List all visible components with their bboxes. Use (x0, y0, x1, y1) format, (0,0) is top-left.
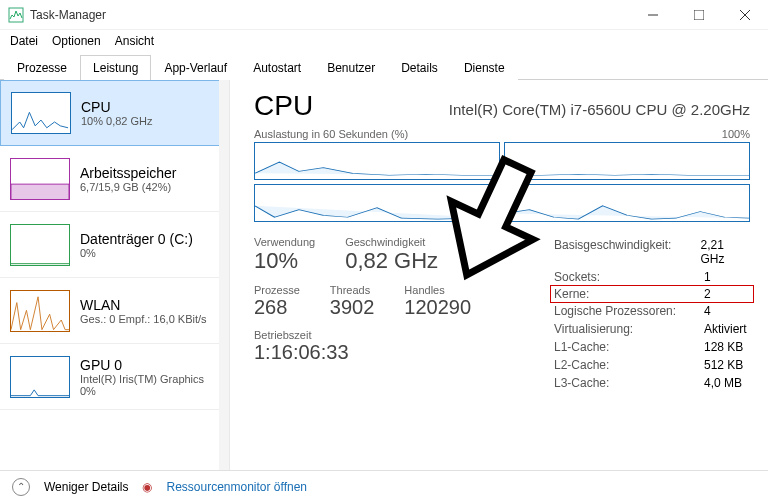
cores-v: 2 (704, 287, 711, 301)
sidebar-wlan-sub: Ges.: 0 Empf.: 16,0 KBit/s (80, 313, 207, 325)
threads-label: Threads (330, 284, 375, 296)
menu-file[interactable]: Datei (4, 32, 44, 50)
svg-rect-5 (11, 184, 69, 199)
sockets-v: 1 (704, 270, 711, 284)
l2-k: L2-Cache: (554, 358, 704, 372)
sidebar-item-cpu[interactable]: CPU 10% 0,82 GHz (0, 80, 229, 146)
tab-details[interactable]: Details (388, 55, 451, 80)
virt-v: Aktiviert (704, 322, 747, 336)
titlebar: Task-Manager (0, 0, 768, 30)
uptime-value: 1:16:06:33 (254, 341, 554, 364)
sidebar-cpu-sub: 10% 0,82 GHz (81, 115, 153, 127)
usage-label: Verwendung (254, 236, 315, 248)
l3-v: 4,0 MB (704, 376, 742, 390)
cpu-model: Intel(R) Core(TM) i7-6560U CPU @ 2.20GHz (449, 101, 750, 118)
sidebar-item-wlan[interactable]: WLAN Ges.: 0 Empf.: 16,0 KBit/s (0, 278, 229, 344)
minimize-button[interactable] (630, 0, 676, 30)
sidebar-item-gpu[interactable]: GPU 0 Intel(R) Iris(TM) Graphics 0% (0, 344, 229, 410)
maximize-button[interactable] (676, 0, 722, 30)
l2-v: 512 KB (704, 358, 743, 372)
tab-processes[interactable]: Prozesse (4, 55, 80, 80)
l1-k: L1-Cache: (554, 340, 704, 354)
tabs: Prozesse Leistung App-Verlauf Autostart … (0, 54, 768, 80)
graph-label: Auslastung in 60 Sekunden (%) (254, 128, 408, 140)
cpu-graph-2 (504, 142, 750, 180)
tab-performance[interactable]: Leistung (80, 55, 151, 80)
svg-rect-2 (694, 10, 704, 20)
resmon-icon: ◉ (142, 480, 152, 494)
processes-value: 268 (254, 296, 300, 319)
cpu-graphs[interactable] (254, 142, 750, 222)
speed-value: 0,82 GHz (345, 248, 438, 274)
virt-k: Virtualisierung: (554, 322, 704, 336)
threads-value: 3902 (330, 296, 375, 319)
processes-label: Prozesse (254, 284, 300, 296)
task-manager-icon (8, 7, 24, 23)
sidebar-gpu-pct: 0% (80, 385, 204, 397)
base-speed-v: 2,21 GHz (700, 238, 750, 266)
fewer-details-link[interactable]: Weniger Details (44, 480, 128, 494)
usage-value: 10% (254, 248, 315, 274)
sidebar-gpu-sub: Intel(R) Iris(TM) Graphics (80, 373, 204, 385)
l1-v: 128 KB (704, 340, 743, 354)
tab-startup[interactable]: Autostart (240, 55, 314, 80)
cpu-graph-1 (254, 142, 500, 180)
menu-options[interactable]: Optionen (46, 32, 107, 50)
panel-title: CPU (254, 90, 313, 122)
logical-k: Logische Prozessoren: (554, 304, 704, 318)
cpu-graph-3 (254, 184, 500, 222)
sidebar-scrollbar[interactable] (219, 80, 229, 350)
sidebar-disk-name: Datenträger 0 (C:) (80, 231, 193, 247)
sidebar-item-memory[interactable]: Arbeitsspeicher 6,7/15,9 GB (42%) (0, 146, 229, 212)
cpu-details: Basisgeschwindigkeit:2,21 GHz Sockets:1 … (554, 236, 750, 392)
cores-k: Kerne: (554, 287, 704, 301)
cpu-panel: CPU Intel(R) Core(TM) i7-6560U CPU @ 2.2… (230, 80, 768, 478)
sidebar-gpu-name: GPU 0 (80, 357, 204, 373)
tab-app-history[interactable]: App-Verlauf (151, 55, 240, 80)
main-area: CPU 10% 0,82 GHz Arbeitsspeicher 6,7/15,… (0, 80, 768, 478)
sidebar-memory-name: Arbeitsspeicher (80, 165, 177, 181)
uptime-label: Betriebszeit (254, 329, 554, 341)
sockets-k: Sockets: (554, 270, 704, 284)
sidebar-disk-sub: 0% (80, 247, 193, 259)
menu-view[interactable]: Ansicht (109, 32, 160, 50)
handles-value: 120290 (404, 296, 471, 319)
sidebar-cpu-name: CPU (81, 99, 153, 115)
cores-row-highlight: Kerne:2 (550, 285, 754, 303)
graph-max: 100% (722, 128, 750, 140)
base-speed-k: Basisgeschwindigkeit: (554, 238, 700, 266)
performance-sidebar: CPU 10% 0,82 GHz Arbeitsspeicher 6,7/15,… (0, 80, 230, 478)
handles-label: Handles (404, 284, 471, 296)
sidebar-item-disk[interactable]: Datenträger 0 (C:) 0% (0, 212, 229, 278)
close-button[interactable] (722, 0, 768, 30)
window-title: Task-Manager (30, 8, 630, 22)
chevron-up-icon[interactable]: ⌃ (12, 478, 30, 496)
footer: ⌃ Weniger Details ◉ Ressourcenmonitor öf… (0, 470, 768, 502)
sidebar-memory-sub: 6,7/15,9 GB (42%) (80, 181, 177, 193)
tab-services[interactable]: Dienste (451, 55, 518, 80)
logical-v: 4 (704, 304, 711, 318)
menubar: Datei Optionen Ansicht (0, 30, 768, 52)
sidebar-wlan-name: WLAN (80, 297, 207, 313)
resource-monitor-link[interactable]: Ressourcenmonitor öffnen (166, 480, 307, 494)
tab-users[interactable]: Benutzer (314, 55, 388, 80)
cpu-graph-4 (504, 184, 750, 222)
l3-k: L3-Cache: (554, 376, 704, 390)
speed-label: Geschwindigkeit (345, 236, 438, 248)
